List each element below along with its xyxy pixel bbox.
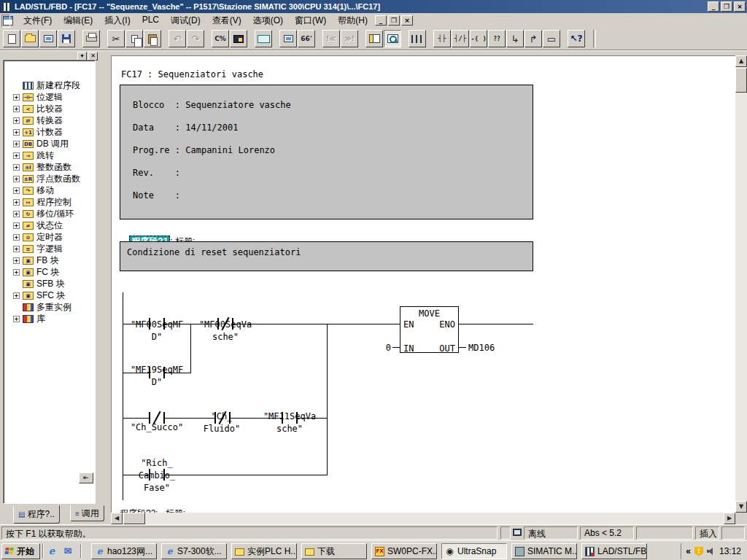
minimize-button[interactable]: _ xyxy=(708,1,719,12)
detail-view-button[interactable] xyxy=(384,30,401,47)
start-button[interactable]: 开始 xyxy=(1,543,40,559)
tree-item-move[interactable]: + ↷ 移动 xyxy=(4,184,95,196)
mdi-minimize-button[interactable]: _ xyxy=(375,15,387,26)
open-branch-button[interactable]: ↳ xyxy=(506,30,524,47)
task-s7-300[interactable]: e S7-300软... xyxy=(161,543,227,559)
task-plc-example[interactable]: 实例PLC H... xyxy=(231,543,297,559)
restore-button[interactable]: ❐ xyxy=(721,1,732,12)
task-simatic-manager[interactable]: SIMATIC M... xyxy=(511,543,577,559)
help-cursor-button[interactable]: ↖? xyxy=(568,30,585,47)
security-shield-icon[interactable]: ! xyxy=(694,547,703,556)
contact-no-button[interactable]: ┤├ xyxy=(433,30,451,47)
menu-view[interactable]: 查看(V) xyxy=(206,13,247,28)
task-download[interactable]: 下载 xyxy=(301,543,367,559)
undo-button[interactable]: ↶ xyxy=(169,30,186,47)
scroll-left-icon[interactable]: ◀ xyxy=(111,513,123,524)
task-swopc-fx[interactable]: FX SW0PC-FX... xyxy=(371,543,437,559)
menu-help[interactable]: 帮助(H) xyxy=(332,13,374,28)
address-field-button[interactable] xyxy=(255,30,272,47)
move-block[interactable]: MOVE EN ENO IN OUT xyxy=(400,306,459,353)
task-lad-stl-fbd[interactable]: LAD/STL/FB... xyxy=(581,543,647,559)
redo-button[interactable]: ↷ xyxy=(187,30,204,47)
new-file-button[interactable] xyxy=(3,30,20,47)
tree-item-word-logic[interactable]: + ≡ 字逻辑 xyxy=(4,243,95,254)
task-ultrasnap[interactable]: ◉ UltraSnap xyxy=(441,543,507,559)
tree-item-counter[interactable]: + +1 计数器 xyxy=(4,126,95,138)
tree-item-fc-blocks[interactable]: + ▣ FC 块 xyxy=(4,266,95,278)
tree-item-bit-logic[interactable]: + ⊣⊢ 位逻辑 xyxy=(4,91,95,103)
box-button[interactable]: ?? xyxy=(488,30,506,47)
tree-item-shift-rotate[interactable]: + ↻ 移位/循环 xyxy=(4,208,95,219)
paste-button[interactable] xyxy=(144,30,161,47)
monitor-button[interactable] xyxy=(230,30,247,47)
network-station-button[interactable] xyxy=(39,30,57,47)
tree-expander-icon[interactable]: + xyxy=(13,152,20,159)
menu-file[interactable]: 文件(F) xyxy=(18,13,58,28)
tray-chevron-icon[interactable]: « xyxy=(686,546,691,556)
menu-edit[interactable]: 编辑(E) xyxy=(58,13,98,28)
network-comment[interactable]: Condizione di reset sequenziatori xyxy=(120,241,533,271)
tree-item-jump[interactable]: + → 跳转 xyxy=(4,149,95,161)
tree-expander-icon[interactable]: + xyxy=(13,246,20,252)
download-button[interactable]: C% xyxy=(212,30,229,47)
tree-item-multi-instance[interactable]: 多重实例 xyxy=(4,301,95,313)
network-button[interactable] xyxy=(279,30,297,47)
coil-button[interactable]: -( ) xyxy=(470,30,487,47)
tree-expander-icon[interactable] xyxy=(13,281,20,287)
tree-expander-icon[interactable]: + xyxy=(13,211,20,217)
menu-insert[interactable]: 插入(I) xyxy=(98,13,136,28)
close-branch-button[interactable]: ↱ xyxy=(525,30,542,47)
overview-button[interactable] xyxy=(365,30,383,47)
mdi-restore-button[interactable]: ❐ xyxy=(388,15,400,26)
move-out-operand[interactable]: MD106 xyxy=(468,343,495,353)
ie-quick-launch-icon[interactable]: e xyxy=(45,545,58,558)
tab-call-structure[interactable]: ≡ 调用 xyxy=(70,505,104,521)
contact-nc-button[interactable]: ┤/├ xyxy=(452,30,469,47)
cut-button[interactable]: ✂ xyxy=(107,30,125,47)
open-button[interactable] xyxy=(21,30,39,47)
tree-item-float-functions[interactable]: + ±R 浮点数函数 xyxy=(4,173,95,184)
print-button[interactable] xyxy=(82,30,100,47)
tree-expander-icon[interactable]: + xyxy=(13,316,20,322)
menu-window[interactable]: 窗口(W) xyxy=(289,13,332,28)
tree-item-converter[interactable]: + ⇄ 转换器 xyxy=(4,114,95,126)
mail-quick-launch-icon[interactable]: ✉ xyxy=(61,545,74,558)
scroll-right-icon[interactable]: ▶ xyxy=(724,513,735,524)
prev-error-button[interactable]: !≪ xyxy=(322,30,340,47)
tree-expander-icon[interactable]: + xyxy=(13,164,20,171)
tree-item-sfb-blocks[interactable]: ▣ SFB 块 xyxy=(4,278,95,289)
tree-expander-icon[interactable]: + xyxy=(13,292,20,299)
tree-expander-icon[interactable]: + xyxy=(13,199,20,206)
tree-expander-icon[interactable]: + xyxy=(13,129,20,136)
tree-expander-icon[interactable]: + xyxy=(13,106,20,112)
tree-expander-icon[interactable]: + xyxy=(13,176,20,182)
tree-expander-icon[interactable] xyxy=(13,82,20,89)
vertical-scroll-thumb[interactable] xyxy=(735,68,747,93)
menu-options[interactable]: 选项(O) xyxy=(247,13,289,28)
tree-item-program-control[interactable]: + ↦ 程序控制 xyxy=(4,196,95,208)
tree-expander-icon[interactable]: + xyxy=(13,117,20,124)
block-header-comment[interactable]: Blocco : Sequenziatore vasche Data : 14/… xyxy=(120,85,533,219)
tree-item-status-bits[interactable]: + ≠ 状态位 xyxy=(4,219,95,231)
tree-item-comparator[interactable]: + < 比较器 xyxy=(4,103,95,114)
save-button[interactable] xyxy=(58,30,75,47)
mdi-close-button[interactable]: × xyxy=(401,15,413,26)
tab-program-elements[interactable]: ▤ 程序?.. xyxy=(13,505,60,524)
tree-item-libraries[interactable]: + 库 xyxy=(4,313,95,324)
scroll-up-icon[interactable]: ▲ xyxy=(735,55,747,67)
tree-expander-icon[interactable]: + xyxy=(13,187,20,194)
tree-item-db-call[interactable]: + DB DB 调用 xyxy=(4,138,95,149)
tree-expander-icon[interactable]: + xyxy=(13,222,20,229)
horizontal-scroll-thumb[interactable] xyxy=(123,513,145,524)
move-in-value[interactable]: 0 xyxy=(371,343,391,353)
scroll-down-icon[interactable]: ▼ xyxy=(735,501,747,513)
menu-plc[interactable]: PLC xyxy=(136,13,165,28)
copy-button[interactable] xyxy=(125,30,143,47)
tree-expander-icon[interactable]: + xyxy=(13,94,20,101)
volume-icon[interactable] xyxy=(707,547,716,556)
empty-box-button[interactable]: ▭ xyxy=(543,30,560,47)
next-error-button[interactable]: ≫! xyxy=(341,30,358,47)
task-hao123[interactable]: e hao123网... xyxy=(91,543,157,559)
menu-debug[interactable]: 调试(D) xyxy=(165,13,206,28)
monitor-glasses-button[interactable]: 66' xyxy=(298,30,315,47)
